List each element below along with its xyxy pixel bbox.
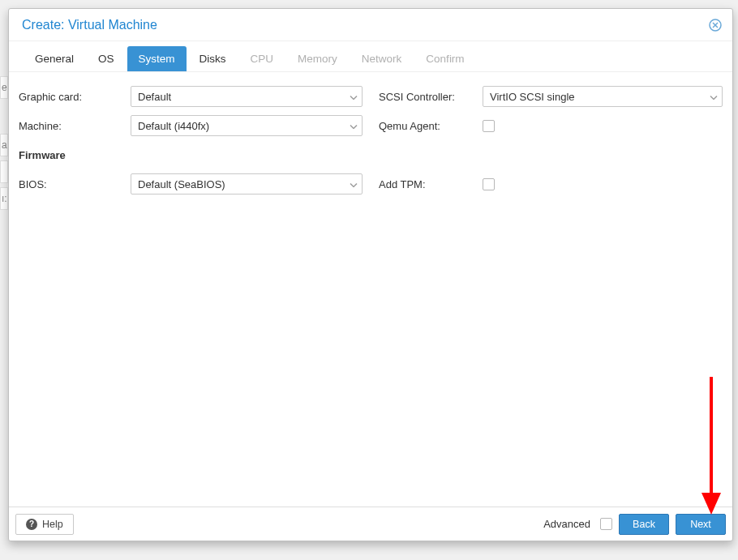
add-tpm-label: Add TPM: [379, 178, 483, 190]
tab-confirm: Confirm [414, 46, 475, 71]
dialog-header: Create: Virtual Machine [9, 9, 732, 41]
tab-memory: Memory [286, 46, 349, 71]
close-icon [709, 19, 722, 32]
chevron-down-icon [350, 178, 358, 190]
create-vm-dialog: Create: Virtual Machine General OS Syste… [8, 8, 733, 541]
wizard-tabs: General OS System Disks CPU Memory Netwo… [9, 41, 732, 72]
next-button[interactable]: Next [676, 514, 726, 535]
tab-os[interactable]: OS [87, 46, 126, 71]
bios-combo[interactable]: Default (SeaBIOS) [131, 173, 363, 195]
chevron-down-icon [350, 120, 358, 132]
machine-label: Machine: [19, 120, 131, 132]
bios-label: BIOS: [19, 178, 131, 190]
qemu-agent-label: Qemu Agent: [379, 120, 483, 132]
dialog-title: Create: Virtual Machine [22, 18, 157, 32]
tab-disks[interactable]: Disks [188, 46, 238, 71]
back-button[interactable]: Back [619, 514, 669, 535]
advanced-label: Advanced [543, 518, 590, 530]
tab-system[interactable]: System [127, 46, 187, 71]
advanced-checkbox[interactable] [600, 518, 612, 530]
dialog-footer: ? Help Advanced Back Next [9, 507, 732, 541]
graphic-card-value: Default [138, 91, 171, 103]
chevron-down-icon [710, 91, 718, 103]
graphic-card-combo[interactable]: Default [131, 86, 363, 107]
machine-value: Default (i440fx) [138, 120, 209, 132]
tab-network: Network [350, 46, 414, 71]
firmware-heading: Firmware [19, 149, 131, 161]
help-button[interactable]: ? Help [15, 514, 74, 535]
tab-cpu: CPU [239, 46, 285, 71]
machine-combo[interactable]: Default (i440fx) [131, 115, 363, 136]
graphic-card-label: Graphic card: [19, 91, 131, 103]
scsi-label: SCSI Controller: [379, 91, 483, 103]
add-tpm-checkbox[interactable] [483, 178, 495, 190]
bios-value: Default (SeaBIOS) [138, 178, 225, 190]
help-icon: ? [26, 519, 37, 530]
close-button[interactable] [708, 18, 723, 32]
qemu-agent-checkbox[interactable] [483, 120, 495, 132]
scsi-combo[interactable]: VirtIO SCSI single [483, 86, 723, 107]
dialog-body: Graphic card: Default Machine: [9, 72, 732, 507]
chevron-down-icon [350, 91, 358, 103]
scsi-value: VirtIO SCSI single [490, 91, 575, 103]
tab-general[interactable]: General [24, 46, 85, 71]
help-label: Help [42, 519, 63, 530]
